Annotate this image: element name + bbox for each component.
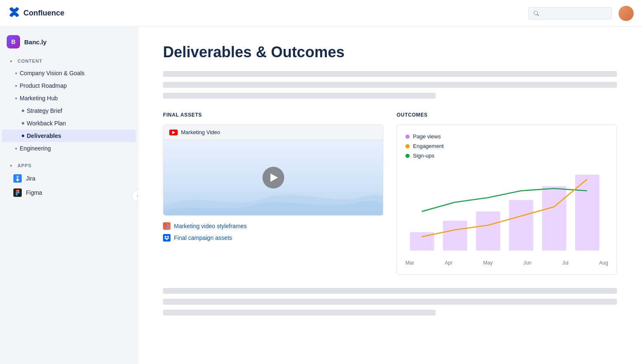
- content-section-header: ▾ CONTENT: [0, 53, 138, 67]
- skeleton-line-1: [163, 71, 617, 77]
- app-label: Jira: [26, 175, 36, 182]
- legend-engagement: Engagement: [405, 143, 608, 149]
- sidebar-item-strategy-brief[interactable]: Strategy Brief: [2, 104, 136, 117]
- apps-section-toggle[interactable]: ▾: [7, 161, 15, 170]
- chevron-icon: ▾: [15, 96, 17, 101]
- play-icon: [270, 173, 278, 182]
- outcomes-column: OUTCOMES Page views Engagement: [397, 112, 617, 275]
- chevron-icon: ▾: [15, 84, 17, 88]
- chart-area: [405, 165, 608, 257]
- x-label-apr: Apr: [445, 260, 453, 266]
- legend-label-engagement: Engagement: [413, 143, 444, 149]
- app-label: Figma: [26, 189, 42, 196]
- avatar[interactable]: [619, 6, 634, 21]
- search-bar[interactable]: [528, 7, 612, 20]
- apps-section-label: APPS: [18, 163, 31, 168]
- content-section-label: CONTENT: [18, 59, 42, 64]
- bottom-skeletons: [163, 288, 617, 316]
- app-item-jira[interactable]: Jira: [0, 171, 138, 186]
- skeleton-line-3: [163, 93, 436, 99]
- app-item-figma[interactable]: Figma: [0, 186, 138, 200]
- figma-link-label: Marketing video styleframes: [174, 223, 247, 229]
- app-name: Confluence: [23, 9, 64, 18]
- top-header: Confluence: [0, 0, 642, 27]
- legend-label-sign-ups: Sign-ups: [413, 153, 434, 159]
- video-title: Marketing Video: [181, 129, 220, 135]
- workspace-item[interactable]: B Banc.ly: [0, 32, 138, 53]
- x-label-may: May: [483, 260, 493, 266]
- search-icon: [534, 10, 539, 16]
- chevron-icon: ▾: [15, 71, 17, 76]
- svg-rect-1: [443, 221, 467, 251]
- skeleton-line-4: [163, 288, 617, 294]
- legend-label-page-views: Page views: [413, 133, 441, 140]
- x-label-mar: Mar: [405, 260, 414, 266]
- search-input[interactable]: [542, 10, 606, 17]
- dropbox-link-label: Final campaign assets: [174, 234, 232, 241]
- video-title-bar: Marketing Video: [163, 125, 383, 140]
- svg-rect-2: [476, 211, 500, 251]
- x-label-aug: Aug: [599, 260, 608, 266]
- chart-container: Page views Engagement Sign-ups: [397, 125, 617, 275]
- content-section-toggle[interactable]: ▾: [7, 57, 15, 65]
- workspace-name: Banc.ly: [24, 38, 46, 46]
- sidebar-item-engineering[interactable]: ▾ Engineering: [2, 142, 136, 155]
- chart-x-labels: Mar Apr May Jun Jul Aug: [405, 257, 608, 266]
- sidebar-item-label: Deliverables: [27, 132, 61, 139]
- sidebar-item-marketing-hub[interactable]: ▾ Marketing Hub: [2, 92, 136, 104]
- main-content: Deliverables & Outcomes FINAL ASSETS Mar…: [138, 27, 642, 364]
- sidebar-item-company-vision[interactable]: ▾ Company Vision & Goals: [2, 67, 136, 79]
- svg-rect-4: [542, 186, 566, 251]
- youtube-icon: [169, 130, 178, 135]
- figma-icon: [13, 188, 22, 197]
- skeleton-line-5: [163, 299, 617, 305]
- apps-section: ▾ APPS Jira: [0, 158, 138, 200]
- bullet-icon: [22, 109, 24, 112]
- video-thumbnail[interactable]: [163, 140, 383, 215]
- skeleton-line-6: [163, 310, 436, 316]
- app-body: B Banc.ly ▾ CONTENT ▾ Company Vision & G…: [0, 27, 642, 364]
- sidebar-item-deliverables[interactable]: Deliverables: [2, 130, 136, 142]
- sidebar-item-product-roadmap[interactable]: ▾ Product Roadmap: [2, 79, 136, 92]
- chart-svg: [405, 165, 608, 257]
- workspace-icon: B: [7, 35, 20, 48]
- sidebar-item-label: Company Vision & Goals: [20, 70, 84, 76]
- file-links: Marketing video styleframes Final campai…: [163, 222, 383, 242]
- x-label-jul: Jul: [562, 260, 568, 266]
- chevron-icon: ▾: [15, 146, 17, 151]
- legend-dot-engagement: [405, 144, 410, 148]
- legend-sign-ups: Sign-ups: [405, 153, 608, 159]
- legend-dot-page-views: [405, 135, 410, 139]
- sidebar-item-label: Workback Plan: [27, 120, 66, 127]
- jira-icon: [13, 174, 22, 183]
- confluence-icon: [8, 6, 20, 20]
- sidebar: B Banc.ly ▾ CONTENT ▾ Company Vision & G…: [0, 27, 138, 364]
- sidebar-item-label: Product Roadmap: [20, 82, 67, 89]
- final-assets-title: FINAL ASSETS: [163, 112, 383, 118]
- page-title: Deliverables & Outcomes: [163, 43, 617, 61]
- bullet-icon: [22, 135, 24, 137]
- youtube-play-triangle: [172, 131, 175, 134]
- figma-link-icon: [163, 222, 171, 230]
- svg-rect-3: [509, 200, 533, 251]
- sidebar-item-label: Marketing Hub: [20, 95, 58, 102]
- video-play-button[interactable]: [262, 167, 284, 188]
- header-right: [528, 6, 634, 21]
- two-column-section: FINAL ASSETS Marketing Video: [163, 112, 617, 275]
- legend-dot-sign-ups: [405, 154, 410, 158]
- final-assets-column: FINAL ASSETS Marketing Video: [163, 112, 383, 275]
- skeleton-line-2: [163, 82, 617, 88]
- sidebar-item-workback-plan[interactable]: Workback Plan: [2, 117, 136, 130]
- x-label-jun: Jun: [523, 260, 531, 266]
- logo-area: Confluence: [8, 6, 64, 20]
- video-card: Marketing Video: [163, 125, 383, 216]
- dropbox-link[interactable]: Final campaign assets: [163, 234, 383, 242]
- sidebar-item-label: Strategy Brief: [27, 107, 62, 114]
- chart-legend: Page views Engagement Sign-ups: [405, 133, 608, 159]
- figma-link[interactable]: Marketing video styleframes: [163, 222, 383, 230]
- bullet-icon: [22, 122, 24, 125]
- apps-section-header: ▾ APPS: [0, 158, 138, 171]
- legend-page-views: Page views: [405, 133, 608, 140]
- outcomes-title: OUTCOMES: [397, 112, 617, 118]
- dropbox-link-icon: [163, 234, 171, 242]
